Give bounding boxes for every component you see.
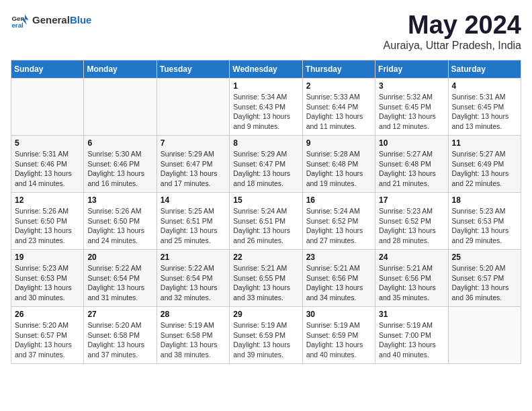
- calendar-cell: 9Sunrise: 5:28 AMSunset: 6:48 PMDaylight…: [302, 136, 375, 193]
- day-number: 30: [306, 310, 371, 319]
- day-number: 23: [306, 253, 371, 262]
- day-info: Sunrise: 5:26 AMSunset: 6:50 PMDaylight:…: [87, 206, 152, 246]
- day-info: Sunrise: 5:22 AMSunset: 6:54 PMDaylight:…: [161, 263, 226, 303]
- day-info: Sunrise: 5:29 AMSunset: 6:47 PMDaylight:…: [233, 149, 298, 189]
- day-number: 20: [87, 253, 152, 262]
- day-header-thursday: Thursday: [302, 60, 375, 79]
- day-number: 2: [306, 81, 371, 91]
- calendar-cell: 29Sunrise: 5:19 AMSunset: 6:59 PMDayligh…: [230, 307, 302, 364]
- day-info: Sunrise: 5:27 AMSunset: 6:49 PMDaylight:…: [452, 149, 517, 189]
- day-info: Sunrise: 5:34 AMSunset: 6:43 PMDaylight:…: [233, 92, 298, 132]
- header: Gen eral GeneralBlue May 2024 Auraiya, U…: [11, 11, 521, 52]
- calendar-cell: 26Sunrise: 5:20 AMSunset: 6:57 PMDayligh…: [11, 307, 84, 364]
- header-row: SundayMondayTuesdayWednesdayThursdayFrid…: [11, 60, 521, 79]
- day-info: Sunrise: 5:19 AMSunset: 6:59 PMDaylight:…: [233, 320, 298, 360]
- day-info: Sunrise: 5:20 AMSunset: 6:58 PMDaylight:…: [87, 320, 152, 360]
- calendar-cell: 24Sunrise: 5:21 AMSunset: 6:56 PMDayligh…: [375, 250, 448, 307]
- day-number: 27: [87, 310, 152, 319]
- day-info: Sunrise: 5:20 AMSunset: 6:57 PMDaylight:…: [452, 263, 517, 303]
- day-number: 17: [379, 195, 444, 205]
- day-info: Sunrise: 5:24 AMSunset: 6:52 PMDaylight:…: [306, 206, 371, 246]
- week-row: 26Sunrise: 5:20 AMSunset: 6:57 PMDayligh…: [11, 307, 521, 364]
- day-number: 13: [87, 195, 152, 205]
- calendar-cell: 23Sunrise: 5:21 AMSunset: 6:56 PMDayligh…: [302, 250, 375, 307]
- day-number: 15: [233, 195, 298, 205]
- calendar-cell: 17Sunrise: 5:23 AMSunset: 6:52 PMDayligh…: [375, 193, 448, 250]
- week-row: 12Sunrise: 5:26 AMSunset: 6:50 PMDayligh…: [11, 193, 521, 250]
- logo-icon: Gen eral: [11, 11, 30, 30]
- day-info: Sunrise: 5:26 AMSunset: 6:50 PMDaylight:…: [15, 206, 80, 246]
- calendar-cell: 27Sunrise: 5:20 AMSunset: 6:58 PMDayligh…: [84, 307, 157, 364]
- day-number: 24: [379, 253, 444, 262]
- day-header-saturday: Saturday: [448, 60, 521, 79]
- page-subtitle: Auraiya, Uttar Pradesh, India: [384, 40, 521, 52]
- calendar-header: SundayMondayTuesdayWednesdayThursdayFrid…: [11, 60, 521, 79]
- logo-blue-text: Blue: [70, 14, 92, 26]
- calendar-cell: 21Sunrise: 5:22 AMSunset: 6:54 PMDayligh…: [157, 250, 229, 307]
- calendar-cell: 4Sunrise: 5:31 AMSunset: 6:45 PMDaylight…: [448, 79, 521, 136]
- logo-general-text: General: [32, 14, 70, 26]
- calendar-cell: 14Sunrise: 5:25 AMSunset: 6:51 PMDayligh…: [157, 193, 229, 250]
- day-number: 10: [379, 138, 444, 148]
- day-number: 8: [233, 138, 298, 148]
- day-info: Sunrise: 5:19 AMSunset: 6:59 PMDaylight:…: [306, 320, 371, 360]
- day-number: 25: [452, 253, 517, 262]
- calendar-cell: 6Sunrise: 5:30 AMSunset: 6:46 PMDaylight…: [84, 136, 157, 193]
- page-title: May 2024: [384, 11, 521, 40]
- day-number: 19: [15, 253, 80, 262]
- calendar-cell: 25Sunrise: 5:20 AMSunset: 6:57 PMDayligh…: [448, 250, 521, 307]
- calendar-cell: 12Sunrise: 5:26 AMSunset: 6:50 PMDayligh…: [11, 193, 84, 250]
- day-info: Sunrise: 5:33 AMSunset: 6:44 PMDaylight:…: [306, 92, 371, 132]
- calendar-cell: [157, 79, 229, 136]
- day-info: Sunrise: 5:31 AMSunset: 6:45 PMDaylight:…: [452, 92, 517, 132]
- day-info: Sunrise: 5:31 AMSunset: 6:46 PMDaylight:…: [15, 149, 80, 189]
- day-header-tuesday: Tuesday: [157, 60, 229, 79]
- day-number: 22: [233, 253, 298, 262]
- day-header-monday: Monday: [84, 60, 157, 79]
- week-row: 1Sunrise: 5:34 AMSunset: 6:43 PMDaylight…: [11, 79, 521, 136]
- calendar-cell: 8Sunrise: 5:29 AMSunset: 6:47 PMDaylight…: [230, 136, 302, 193]
- day-number: 18: [452, 195, 517, 205]
- day-number: 7: [161, 138, 226, 148]
- day-info: Sunrise: 5:21 AMSunset: 6:56 PMDaylight:…: [379, 263, 444, 303]
- day-number: 14: [161, 195, 226, 205]
- calendar-cell: 30Sunrise: 5:19 AMSunset: 6:59 PMDayligh…: [302, 307, 375, 364]
- svg-text:eral: eral: [11, 21, 24, 29]
- day-info: Sunrise: 5:23 AMSunset: 6:52 PMDaylight:…: [379, 206, 444, 246]
- day-info: Sunrise: 5:21 AMSunset: 6:56 PMDaylight:…: [306, 263, 371, 303]
- day-number: 1: [233, 81, 298, 91]
- calendar-cell: 15Sunrise: 5:24 AMSunset: 6:51 PMDayligh…: [230, 193, 302, 250]
- day-header-wednesday: Wednesday: [230, 60, 302, 79]
- calendar-cell: 20Sunrise: 5:22 AMSunset: 6:54 PMDayligh…: [84, 250, 157, 307]
- day-number: 12: [15, 195, 80, 205]
- week-row: 5Sunrise: 5:31 AMSunset: 6:46 PMDaylight…: [11, 136, 521, 193]
- calendar-cell: 7Sunrise: 5:29 AMSunset: 6:47 PMDaylight…: [157, 136, 229, 193]
- day-info: Sunrise: 5:19 AMSunset: 7:00 PMDaylight:…: [379, 320, 444, 360]
- day-number: 26: [15, 310, 80, 319]
- day-header-sunday: Sunday: [11, 60, 84, 79]
- day-number: 11: [452, 138, 517, 148]
- calendar-cell: 31Sunrise: 5:19 AMSunset: 7:00 PMDayligh…: [375, 307, 448, 364]
- day-info: Sunrise: 5:23 AMSunset: 6:53 PMDaylight:…: [452, 206, 517, 246]
- calendar-cell: 3Sunrise: 5:32 AMSunset: 6:45 PMDaylight…: [375, 79, 448, 136]
- day-number: 16: [306, 195, 371, 205]
- day-info: Sunrise: 5:22 AMSunset: 6:54 PMDaylight:…: [87, 263, 152, 303]
- day-info: Sunrise: 5:27 AMSunset: 6:48 PMDaylight:…: [379, 149, 444, 189]
- calendar-cell: 19Sunrise: 5:23 AMSunset: 6:53 PMDayligh…: [11, 250, 84, 307]
- day-info: Sunrise: 5:28 AMSunset: 6:48 PMDaylight:…: [306, 149, 371, 189]
- calendar-cell: 16Sunrise: 5:24 AMSunset: 6:52 PMDayligh…: [302, 193, 375, 250]
- logo: Gen eral GeneralBlue: [11, 11, 91, 30]
- calendar-cell: 13Sunrise: 5:26 AMSunset: 6:50 PMDayligh…: [84, 193, 157, 250]
- day-info: Sunrise: 5:23 AMSunset: 6:53 PMDaylight:…: [15, 263, 80, 303]
- day-number: 21: [161, 253, 226, 262]
- calendar-cell: 10Sunrise: 5:27 AMSunset: 6:48 PMDayligh…: [375, 136, 448, 193]
- calendar-cell: [448, 307, 521, 364]
- calendar-cell: [11, 79, 84, 136]
- title-area: May 2024 Auraiya, Uttar Pradesh, India: [384, 11, 521, 52]
- day-number: 4: [452, 81, 517, 91]
- calendar-cell: 5Sunrise: 5:31 AMSunset: 6:46 PMDaylight…: [11, 136, 84, 193]
- calendar-cell: 2Sunrise: 5:33 AMSunset: 6:44 PMDaylight…: [302, 79, 375, 136]
- calendar-body: 1Sunrise: 5:34 AMSunset: 6:43 PMDaylight…: [11, 79, 521, 364]
- day-info: Sunrise: 5:19 AMSunset: 6:58 PMDaylight:…: [161, 320, 226, 360]
- day-number: 31: [379, 310, 444, 319]
